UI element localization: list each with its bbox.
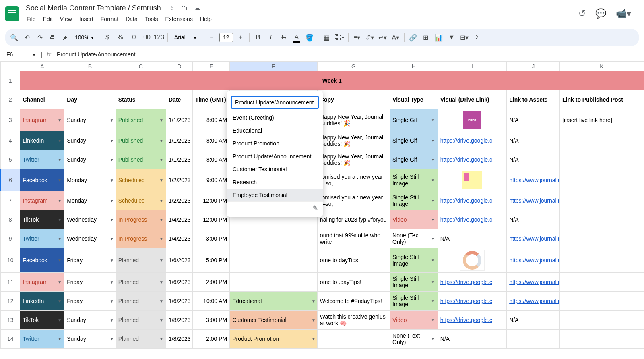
cell-channel[interactable]: Twitter▼	[20, 330, 64, 349]
cell-date[interactable]: 1/1/2023	[166, 150, 193, 169]
filter-icon[interactable]: ▼	[446, 31, 458, 44]
cell-visual-type[interactable]: None (Text Only)▼	[390, 330, 438, 349]
dropdown-option[interactable]: Product Update/Announcement	[227, 150, 323, 163]
cell-assets[interactable]: N/A	[507, 150, 560, 169]
cell-visual-type[interactable]: Single Still Image▼	[390, 292, 438, 311]
cell-time[interactable]: 5:00 PM	[192, 248, 229, 273]
cell-published[interactable]	[560, 273, 644, 292]
cell-status[interactable]: Planned▼	[116, 311, 166, 330]
chevron-down-icon[interactable]: ▼	[431, 337, 435, 341]
cell-assets[interactable]: https://www.journalingwithfriends.com/bl…	[507, 248, 560, 273]
col-F[interactable]: F	[230, 62, 318, 71]
cell-time[interactable]: 3:00 PM	[192, 311, 229, 330]
cell-copy[interactable]: Welcome to #FridayTips!	[317, 292, 390, 311]
cell-drive[interactable]: N/A	[438, 229, 506, 248]
cell-visual-type[interactable]: Single Still Image▼	[390, 169, 438, 191]
cell-day[interactable]: Friday▼	[64, 292, 116, 311]
chevron-down-icon[interactable]: ▼	[431, 139, 435, 143]
chevron-down-icon[interactable]: ▼	[159, 318, 163, 322]
row-8[interactable]: 8	[1, 210, 20, 229]
row-6[interactable]: 6	[1, 169, 20, 191]
cell-topic[interactable]	[230, 248, 318, 273]
fill-color-icon[interactable]: 🪣	[303, 31, 316, 44]
cell-channel[interactable]: TikTok▼	[20, 210, 64, 229]
cell-visual-type[interactable]: Video▼	[390, 311, 438, 330]
cell-copy[interactable]: Happy New Year, Journal Buddies! 🎉	[317, 109, 390, 131]
col-J[interactable]: J	[507, 62, 560, 71]
functions-icon[interactable]: Σ	[471, 31, 483, 44]
comments-icon[interactable]: 💬	[595, 8, 606, 19]
menu-edit[interactable]: Edit	[40, 14, 56, 24]
cell-copy[interactable]	[317, 330, 390, 349]
header-copy[interactable]: Copy	[317, 90, 390, 109]
cell-channel[interactable]: Instagram▼	[20, 191, 64, 210]
cell-assets[interactable]: https://www.journalingwithfrien	[507, 229, 560, 248]
cell-date[interactable]: 1/6/2023	[166, 248, 193, 273]
cell-assets[interactable]: https://www.journalingwithfrien	[507, 169, 560, 191]
chevron-down-icon[interactable]: ▼	[58, 118, 62, 122]
cell-topic[interactable]: Educational▼	[230, 292, 318, 311]
cell-published[interactable]: [insert live link here]	[560, 109, 644, 131]
chevron-down-icon[interactable]: ▼	[159, 237, 163, 241]
chevron-down-icon[interactable]: ▼	[58, 299, 62, 303]
bold-icon[interactable]: B	[252, 31, 264, 44]
cell-copy[interactable]: romised you a : new year—so,	[317, 169, 390, 191]
cell-drive[interactable]	[438, 169, 506, 191]
print-icon[interactable]: 🖶	[47, 31, 59, 44]
chevron-down-icon[interactable]: ▼	[159, 178, 163, 183]
chevron-down-icon[interactable]: ▼	[110, 280, 114, 284]
history-icon[interactable]: ↺	[578, 8, 586, 19]
cell-copy[interactable]: Watch this creative genius at work 🧠	[317, 311, 390, 330]
chevron-down-icon[interactable]: ▼	[159, 337, 163, 341]
cell-time[interactable]: 12:00 PM	[192, 191, 229, 210]
row-9[interactable]: 9	[1, 229, 20, 248]
row-14[interactable]: 14	[1, 330, 20, 349]
col-B[interactable]: B	[64, 62, 116, 71]
row-10[interactable]: 10	[1, 248, 20, 273]
cell-published[interactable]	[560, 330, 644, 349]
filter-views-icon[interactable]: ⊟▾	[458, 31, 471, 44]
chevron-down-icon[interactable]: ▼	[110, 258, 114, 263]
cell-channel[interactable]: Instagram▼	[20, 109, 64, 131]
col-C[interactable]: C	[116, 62, 166, 71]
wrap-icon[interactable]: ↵▾	[377, 31, 389, 44]
chevron-down-icon[interactable]: ▼	[110, 299, 114, 303]
font-select[interactable]: Arial▾	[170, 34, 200, 41]
cell-copy[interactable]: Happy New Year, Journal Buddies! 🎉	[317, 131, 390, 150]
cell-day[interactable]: Sunday▼	[64, 150, 116, 169]
dropdown-option[interactable]: Employee Testimonial	[227, 189, 323, 201]
cell-day[interactable]: Wednesday▼	[64, 229, 116, 248]
cell-assets[interactable]: N/A	[507, 210, 560, 229]
cell-assets[interactable]: https://www.journalingwithfriends.com/bl…	[507, 292, 560, 311]
cell-time[interactable]: 8:00 AM	[192, 150, 229, 169]
cell-date[interactable]: 1/2/2023	[166, 191, 193, 210]
row-4[interactable]: 4	[1, 131, 20, 150]
cell-assets[interactable]: N/A	[507, 311, 560, 330]
col-D[interactable]: D	[166, 62, 193, 71]
chevron-down-icon[interactable]: ▼	[110, 199, 114, 203]
row-13[interactable]: 13	[1, 311, 20, 330]
chevron-down-icon[interactable]: ▼	[110, 218, 114, 222]
cell-time[interactable]: 2:00 PM	[192, 273, 229, 292]
cell-status[interactable]: Planned▼	[116, 292, 166, 311]
chevron-down-icon[interactable]: ▼	[431, 299, 435, 303]
cell-drive[interactable]: N/A	[438, 330, 506, 349]
cell-drive[interactable]: https://drive.google.c	[438, 191, 506, 210]
cell-date[interactable]: 1/6/2023	[166, 273, 193, 292]
cell-visual-type[interactable]: Single Gif▼	[390, 131, 438, 150]
header-day[interactable]: Day	[64, 90, 116, 109]
chevron-down-icon[interactable]: ▼	[110, 337, 114, 341]
rotate-icon[interactable]: A▾	[390, 31, 402, 44]
cell-status[interactable]: Planned▼	[116, 248, 166, 273]
cell-date[interactable]: 1/4/2023	[166, 229, 193, 248]
col-E[interactable]: E	[192, 62, 229, 71]
dropdown-search-input[interactable]: Product Update/Announcement	[231, 96, 319, 109]
chevron-down-icon[interactable]: ▼	[58, 158, 62, 162]
redo-icon[interactable]: ↷	[34, 31, 46, 44]
col-G[interactable]: G	[317, 62, 390, 71]
cell-date[interactable]: 1/6/2023	[166, 292, 193, 311]
header-date[interactable]: Date	[166, 90, 193, 109]
chevron-down-icon[interactable]: ▼	[431, 258, 435, 263]
cell-date[interactable]: 1/8/2023	[166, 330, 193, 349]
italic-icon[interactable]: I	[265, 31, 277, 44]
